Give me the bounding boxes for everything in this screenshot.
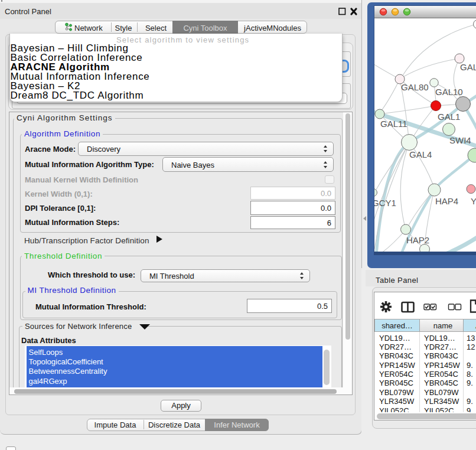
- svg-text:GAL4: GAL4: [409, 149, 432, 159]
- svg-text:SWI4: SWI4: [449, 135, 471, 145]
- svg-text:GAL10: GAL10: [435, 87, 463, 97]
- svg-text:GAL1: GAL1: [438, 112, 460, 122]
- svg-text:HAP4: HAP4: [435, 196, 458, 206]
- svg-text:GAL11: GAL11: [380, 119, 407, 129]
- svg-text:Y: Y: [471, 196, 476, 206]
- svg-text:GCY1: GCY1: [374, 198, 396, 208]
- svg-text:HAP2: HAP2: [406, 235, 429, 245]
- svg-text:GAL80: GAL80: [401, 82, 429, 92]
- svg-text:GAL7: GAL7: [460, 62, 476, 72]
